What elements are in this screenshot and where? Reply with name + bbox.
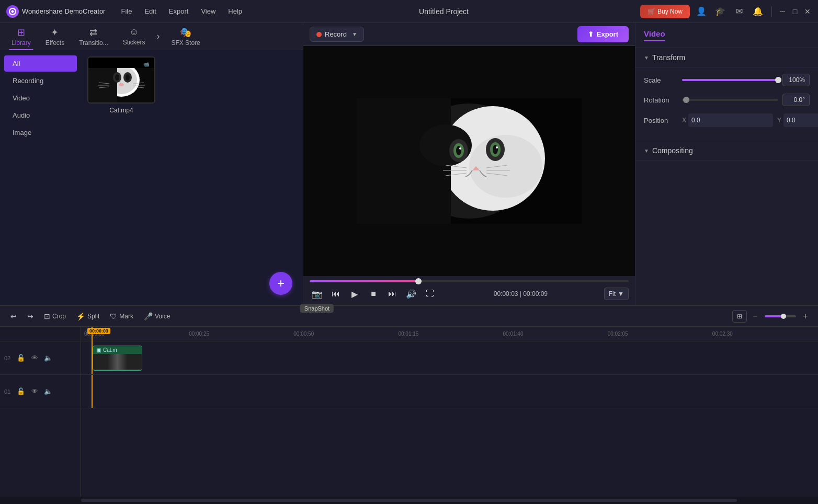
right-panel-header: Video bbox=[635, 23, 818, 48]
tab-library[interactable]: ⊞ Library bbox=[4, 24, 38, 50]
library-area: 📹 Cat.mp4 + bbox=[81, 50, 303, 305]
close-button[interactable]: ✕ bbox=[803, 7, 812, 16]
clip-name: Cat.m bbox=[103, 347, 117, 353]
menu-file[interactable]: File bbox=[116, 5, 137, 17]
voice-button[interactable]: 🎤 Voice bbox=[140, 310, 174, 323]
playback-bar: 📷 SnapShot ⏮ ▶ ■ ⏭ 🔊 ⛶ 00:00:03 | 00:00 bbox=[303, 276, 635, 305]
buy-now-label: Buy Now bbox=[657, 8, 683, 15]
clip-thumb-content bbox=[93, 354, 142, 370]
track-01-lock-icon[interactable]: 🔓 bbox=[16, 386, 26, 397]
crop-button[interactable]: ⊡ Crop bbox=[40, 310, 70, 323]
ruler-mark-2: 00:00:50 bbox=[292, 331, 397, 337]
learn-icon[interactable]: 🎓 bbox=[713, 4, 728, 19]
nav-video[interactable]: Video bbox=[4, 90, 77, 106]
user-icon[interactable]: 👤 bbox=[694, 4, 709, 19]
mark-button[interactable]: 🛡 Mark bbox=[106, 310, 138, 323]
snapshot-button[interactable]: 📷 bbox=[310, 287, 324, 301]
nav-image[interactable]: Image bbox=[4, 124, 77, 141]
fit-button[interactable]: Fit ▼ bbox=[604, 288, 629, 300]
scroll-track[interactable] bbox=[81, 499, 737, 502]
snapshot-container: 📷 SnapShot bbox=[310, 287, 324, 301]
track-01-mute-icon[interactable]: 🔈 bbox=[43, 386, 53, 397]
menu-export[interactable]: Export bbox=[164, 5, 194, 17]
video-preview bbox=[303, 46, 635, 276]
position-y-input[interactable] bbox=[783, 113, 818, 127]
ruler-mark-5: 00:02:05 bbox=[607, 331, 711, 337]
menu-view[interactable]: View bbox=[196, 5, 221, 17]
minimize-button[interactable]: ─ bbox=[778, 7, 787, 16]
zoom-out-button[interactable]: − bbox=[749, 310, 762, 323]
zoom-slider[interactable] bbox=[765, 315, 796, 317]
progress-fill bbox=[310, 280, 422, 282]
clip-cat[interactable]: ▣ Cat.m bbox=[93, 346, 142, 371]
timeline-scrollbar[interactable] bbox=[0, 497, 818, 504]
fullscreen-button[interactable]: ⛶ bbox=[423, 287, 437, 301]
zoom-in-button[interactable]: + bbox=[799, 310, 812, 323]
buy-now-button[interactable]: 🛒 Buy Now bbox=[640, 5, 690, 18]
volume-button[interactable]: 🔊 bbox=[404, 287, 418, 301]
scale-slider[interactable] bbox=[682, 79, 778, 81]
tab-transitions[interactable]: ⇄ Transitio... bbox=[72, 24, 116, 50]
redo-icon: ↪ bbox=[27, 312, 33, 320]
split-icon: ⚡ bbox=[76, 312, 85, 320]
stop-button[interactable]: ■ bbox=[366, 287, 381, 301]
progress-thumb bbox=[415, 278, 422, 284]
rewind-button[interactable]: ⏮ bbox=[328, 287, 343, 301]
scale-thumb bbox=[775, 77, 781, 83]
menu-edit[interactable]: Edit bbox=[139, 5, 161, 17]
undo-button[interactable]: ↩ bbox=[6, 310, 21, 323]
separator bbox=[771, 6, 772, 17]
rotation-value[interactable]: 0.0° bbox=[782, 94, 810, 106]
scale-value[interactable]: 100% bbox=[782, 74, 810, 86]
track-01-visible-icon[interactable]: 👁 bbox=[29, 386, 40, 397]
nav-audio[interactable]: Audio bbox=[4, 107, 77, 123]
rotation-thumb bbox=[683, 97, 689, 103]
current-time: 00:00:03 bbox=[494, 290, 518, 297]
track-mute-icon[interactable]: 🔈 bbox=[43, 353, 53, 363]
menu-help[interactable]: Help bbox=[223, 5, 247, 17]
scale-slider-container bbox=[682, 79, 778, 81]
redo-button[interactable]: ↪ bbox=[23, 310, 38, 323]
track-visible-icon[interactable]: 👁 bbox=[29, 353, 40, 363]
rotation-slider[interactable] bbox=[682, 99, 778, 101]
tab-more-button[interactable]: › bbox=[152, 28, 164, 45]
mark-icon: 🛡 bbox=[110, 312, 117, 320]
nav-all[interactable]: All bbox=[4, 55, 77, 72]
voice-label: Voice bbox=[155, 313, 170, 320]
split-button[interactable]: ⚡ Split bbox=[72, 310, 104, 323]
snapshot-tooltip: SnapShot bbox=[300, 304, 334, 313]
position-inputs: X Y bbox=[682, 113, 818, 127]
forward-button[interactable]: ⏭ bbox=[385, 287, 400, 301]
timeline-area: 02 🔓 👁 🔈 01 🔓 👁 🔈 bbox=[0, 327, 818, 497]
notification-icon[interactable]: 🔔 bbox=[751, 4, 765, 19]
tab-stickers[interactable]: ☺ Stickers bbox=[116, 24, 153, 49]
add-media-button[interactable]: + bbox=[269, 272, 292, 295]
rotation-row: Rotation 0.0° bbox=[644, 94, 810, 106]
record-dot bbox=[316, 32, 322, 37]
tab-effects-label: Effects bbox=[46, 39, 64, 47]
nav-recording[interactable]: Recording bbox=[4, 73, 77, 89]
maximize-button[interactable]: □ bbox=[791, 7, 799, 16]
timeline-tracks: 00:00:00 00:00:25 00:00:50 00:01:15 00:0… bbox=[81, 327, 818, 497]
transform-section-header[interactable]: ▼ Transform bbox=[635, 48, 818, 67]
effects-icon: ✦ bbox=[51, 27, 59, 38]
title-bar-right: 🛒 Buy Now 👤 🎓 ✉ 🔔 ─ □ ✕ bbox=[640, 4, 812, 19]
export-button[interactable]: ⬆ Export bbox=[577, 26, 629, 42]
tab-bar: ⊞ Library ✦ Effects ⇄ Transitio... ☺ Sti… bbox=[0, 23, 303, 50]
play-button[interactable]: ▶ bbox=[347, 287, 362, 301]
record-button[interactable]: Record ▼ bbox=[310, 27, 364, 42]
position-x-input[interactable] bbox=[688, 113, 773, 127]
list-item[interactable]: 📹 Cat.mp4 bbox=[87, 56, 155, 114]
compositing-section-header[interactable]: ▼ Compositing bbox=[635, 141, 818, 161]
track-02-icons: 🔓 👁 🔈 bbox=[16, 353, 53, 363]
track-lock-icon[interactable]: 🔓 bbox=[16, 353, 26, 363]
fit-timeline-button[interactable]: ⊞ bbox=[732, 310, 747, 323]
track-label-header bbox=[0, 327, 81, 341]
tab-sfxstore[interactable]: 🎭 SFX Store bbox=[164, 24, 207, 50]
progress-bar[interactable] bbox=[310, 280, 629, 282]
mark-label: Mark bbox=[119, 313, 133, 320]
mail-icon[interactable]: ✉ bbox=[732, 4, 746, 19]
track-row-01 bbox=[81, 375, 818, 408]
record-dropdown-arrow: ▼ bbox=[352, 31, 357, 37]
tab-effects[interactable]: ✦ Effects bbox=[38, 24, 72, 50]
